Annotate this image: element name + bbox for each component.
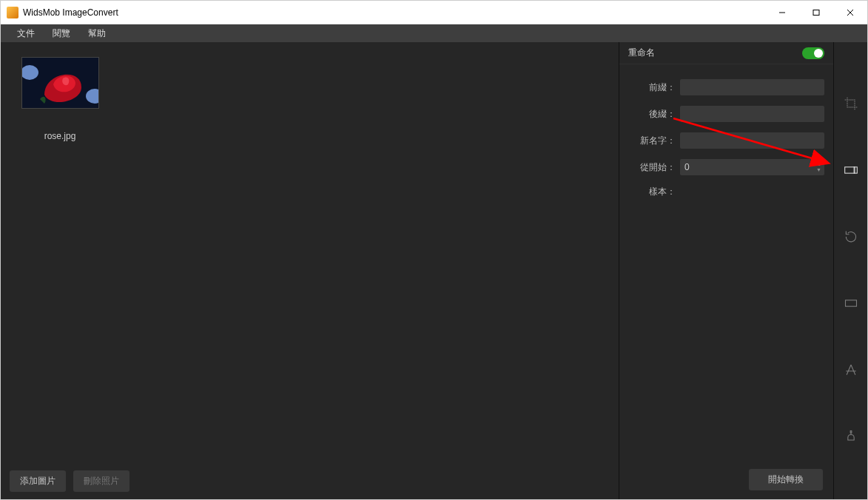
bottom-bar: 添加圖片 刪除照片 xyxy=(1,462,619,499)
border-icon[interactable] xyxy=(834,286,868,320)
thumbnail-image xyxy=(21,57,99,109)
stepper-arrows-icon[interactable]: ▲▼ xyxy=(816,159,821,175)
svg-rect-10 xyxy=(850,431,852,433)
minimize-button[interactable] xyxy=(765,1,799,24)
tool-rail xyxy=(833,42,867,499)
svg-rect-7 xyxy=(844,167,854,173)
add-image-button[interactable]: 添加圖片 xyxy=(10,470,66,492)
start-convert-button[interactable]: 開始轉換 xyxy=(749,469,823,490)
menu-help[interactable]: 幫助 xyxy=(79,24,115,42)
startfrom-label: 從開始： xyxy=(628,161,680,174)
delete-image-button[interactable]: 刪除照片 xyxy=(73,470,129,492)
svg-rect-1 xyxy=(813,10,819,15)
suffix-label: 後綴： xyxy=(628,108,680,121)
panel-title: 重命名 xyxy=(628,47,802,59)
sample-label: 樣本： xyxy=(628,186,680,198)
canvas-area: rose.jpg 添加圖片 刪除照片 xyxy=(1,42,619,499)
list-item[interactable]: rose.jpg xyxy=(16,57,104,141)
thumbnail-list: rose.jpg xyxy=(1,42,619,462)
window-title: WidsMob ImageConvert xyxy=(23,7,118,18)
rename-panel: 重命名 前綴： 後綴： 新名字： 從開始： xyxy=(619,42,833,499)
maximize-button[interactable] xyxy=(799,1,833,24)
menu-file[interactable]: 文件 xyxy=(8,24,44,42)
rename-toggle[interactable] xyxy=(802,47,824,59)
image-watermark-icon[interactable] xyxy=(834,419,868,453)
menu-view[interactable]: 閱覽 xyxy=(44,24,79,42)
app-icon xyxy=(7,7,18,18)
titlebar: WidsMob ImageConvert xyxy=(1,1,867,24)
thumbnail-filename: rose.jpg xyxy=(16,131,104,141)
text-watermark-icon[interactable] xyxy=(834,353,868,387)
rename-icon[interactable] xyxy=(834,153,868,187)
prefix-label: 前綴： xyxy=(628,81,680,94)
startfrom-input[interactable] xyxy=(680,159,824,175)
menubar: 文件 閱覽 幫助 xyxy=(1,24,867,42)
crop-icon[interactable] xyxy=(834,87,868,121)
newname-input[interactable] xyxy=(680,132,824,149)
rotate-icon[interactable] xyxy=(834,220,868,254)
suffix-input[interactable] xyxy=(680,106,824,122)
svg-rect-9 xyxy=(845,300,856,306)
prefix-input[interactable] xyxy=(680,79,824,95)
newname-label: 新名字： xyxy=(628,135,680,147)
close-button[interactable] xyxy=(833,1,867,24)
